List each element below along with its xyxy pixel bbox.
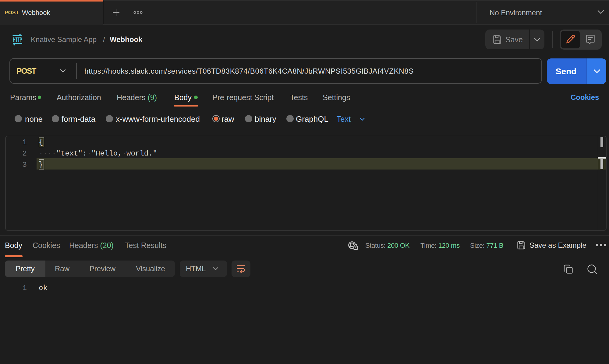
svg-text:HTTP: HTTP — [13, 36, 22, 43]
